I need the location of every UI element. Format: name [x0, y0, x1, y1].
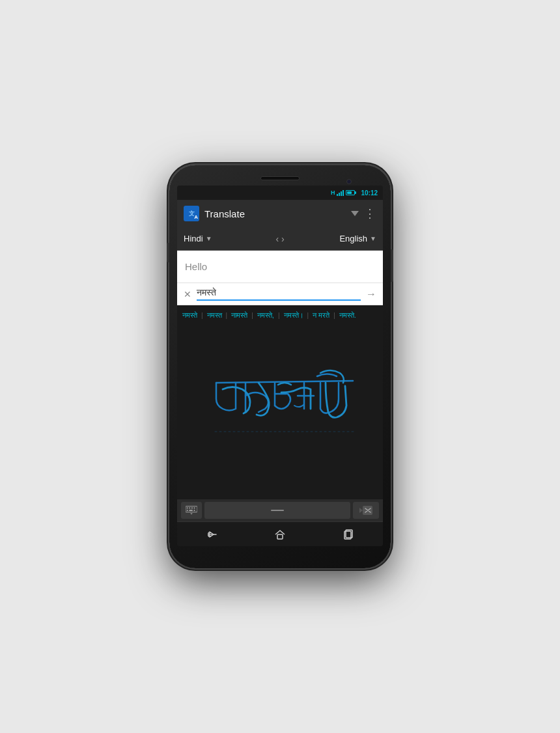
h-indicator: H [331, 189, 335, 196]
svg-rect-1 [187, 508, 188, 509]
signal-bar-2 [339, 193, 340, 196]
source-language-button[interactable]: Hindi ▼ [177, 227, 270, 250]
target-language-button[interactable]: English ▼ [290, 227, 383, 250]
home-button[interactable] [267, 525, 293, 544]
backspace-icon [359, 505, 373, 516]
svg-rect-7 [194, 510, 195, 511]
suggestions-bar: नमस्ते | नमस्त | नामस्ते | नमस्ते, | नमस… [177, 305, 383, 325]
overflow-menu-button[interactable]: ⋮ [364, 206, 376, 221]
speaker [260, 176, 300, 180]
target-lang-arrow: ▼ [370, 235, 376, 242]
back-button[interactable] [199, 525, 225, 544]
translation-area: Hello ✕ नमस्ते → [177, 251, 383, 305]
swap-icon: ‹ › [275, 234, 284, 244]
back-icon [206, 529, 217, 540]
status-time: 10:12 [361, 189, 378, 197]
input-text: नमस्ते [197, 287, 361, 301]
recents-icon [343, 529, 354, 540]
svg-rect-0 [186, 506, 197, 512]
battery-icon [346, 190, 356, 195]
recents-button[interactable] [335, 525, 361, 544]
svg-rect-5 [187, 510, 188, 511]
battery-fill [347, 191, 352, 194]
app-title: Translate [204, 208, 351, 219]
svg-rect-2 [189, 508, 190, 509]
suggestion-0[interactable]: नमस्ते [182, 311, 197, 320]
space-bar[interactable] [204, 502, 350, 519]
signal-bars [337, 189, 344, 196]
handwriting-area[interactable] [177, 325, 383, 499]
suggestion-3[interactable]: नमस्ते, [257, 311, 274, 320]
input-area: ✕ नमस्ते → [177, 283, 383, 305]
handwriting-svg [177, 325, 383, 499]
status-bar: H 10:12 [177, 186, 383, 200]
dropdown-arrow [351, 211, 359, 216]
phone-device: H 10:12 文 A [169, 165, 391, 568]
keyboard-toggle-button[interactable] [181, 502, 202, 519]
keyboard-icon [186, 506, 197, 515]
clear-button[interactable]: ✕ [184, 289, 191, 299]
translate-app-icon: 文 A [184, 206, 199, 221]
suggestion-5[interactable]: न मरते [313, 311, 329, 320]
signal-bar-4 [343, 190, 344, 196]
suggestion-1[interactable]: नमस्त [207, 311, 222, 320]
go-button[interactable]: → [366, 288, 376, 300]
battery-body [346, 190, 355, 195]
suggestion-4[interactable]: नमस्ते। [284, 311, 303, 320]
signal-bar-1 [337, 194, 338, 196]
app-icon-letter: A [194, 214, 198, 220]
source-language-label: Hindi [184, 234, 203, 243]
svg-rect-6 [189, 510, 192, 511]
signal-bar-3 [341, 191, 342, 196]
svg-rect-3 [191, 508, 193, 509]
suggestion-6[interactable]: नमस्ते. [339, 311, 356, 320]
nav-bar [177, 521, 383, 546]
keyboard-bar [177, 499, 383, 521]
input-field[interactable]: नमस्ते [197, 287, 361, 301]
home-icon [274, 529, 286, 540]
target-language-label: English [339, 234, 367, 243]
status-icons: H 10:12 [331, 189, 378, 197]
camera [346, 179, 352, 184]
svg-rect-9 [277, 534, 283, 539]
source-lang-arrow: ▼ [206, 235, 212, 242]
output-area: Hello [177, 251, 383, 283]
backspace-button[interactable] [353, 502, 379, 519]
battery-tip [355, 191, 356, 194]
language-selector: Hindi ▼ ‹ › English ▼ [177, 227, 383, 251]
language-swap-button[interactable]: ‹ › [270, 234, 289, 244]
suggestion-2[interactable]: नामस्ते [231, 311, 247, 320]
translation-output: Hello [185, 261, 207, 272]
screen: H 10:12 文 A [177, 186, 383, 546]
space-indicator [271, 510, 284, 511]
svg-rect-4 [194, 508, 195, 509]
app-bar: 文 A Translate ⋮ [177, 200, 383, 227]
